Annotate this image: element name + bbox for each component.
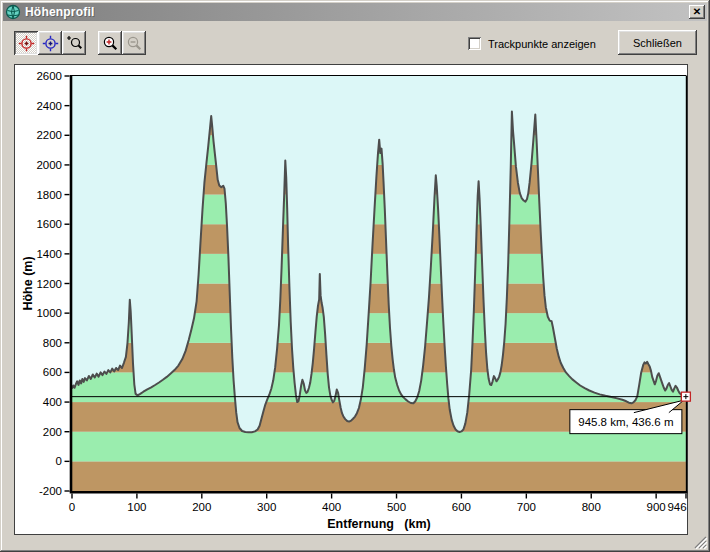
y-tick-label: 600 xyxy=(43,366,62,378)
zoom-region-tool-button[interactable] xyxy=(62,31,86,55)
y-tick-label: 2400 xyxy=(36,100,62,112)
x-tick-label: 800 xyxy=(582,501,601,513)
red-crosshair-icon xyxy=(18,35,35,52)
y-axis-label: Höhe (m) xyxy=(21,256,35,310)
y-tick-label: 200 xyxy=(43,426,62,438)
x-tick-label: 300 xyxy=(257,501,276,513)
resize-grip-icon[interactable] xyxy=(694,536,707,549)
x-tick-label: 946 xyxy=(667,501,686,513)
crosshair-marker xyxy=(681,392,690,401)
y-tick-label: 2200 xyxy=(36,129,62,141)
y-tick-label: 0 xyxy=(56,455,62,467)
red-crosshair-tool-button[interactable] xyxy=(14,31,38,55)
y-tick-label: 1400 xyxy=(36,248,62,260)
x-tick-label: 400 xyxy=(322,501,341,513)
zoom-in-tool-button[interactable] xyxy=(98,31,122,55)
toolbar: Trackpunkte anzeigen Schließen xyxy=(0,24,710,60)
zoom-region-icon xyxy=(66,35,83,52)
zoom-out-icon xyxy=(126,35,143,52)
elevation-chart-svg[interactable]: -200020040060080010001200140016001800200… xyxy=(15,65,687,534)
y-tick-label: 800 xyxy=(43,337,62,349)
window-title: Höhenprofil xyxy=(25,5,689,19)
trackpoints-checkbox-label: Trackpunkte anzeigen xyxy=(488,38,596,50)
y-tick-label: 1600 xyxy=(36,218,62,230)
y-tick-label: 2600 xyxy=(36,70,62,82)
y-tick-label: 400 xyxy=(43,396,62,408)
y-tick-label: -200 xyxy=(39,485,62,497)
x-tick-label: 200 xyxy=(192,501,211,513)
titlebar[interactable]: Höhenprofil ✕ xyxy=(3,3,707,21)
x-tick-label: 100 xyxy=(127,501,146,513)
close-icon[interactable]: ✕ xyxy=(689,5,705,19)
y-tick-label: 1800 xyxy=(36,189,62,201)
schliessen-button[interactable]: Schließen xyxy=(618,30,697,55)
chart-panel: -200020040060080010001200140016001800200… xyxy=(14,64,688,535)
y-tick-label: 1000 xyxy=(36,307,62,319)
y-tick-label: 1200 xyxy=(36,278,62,290)
y-tick-label: 2000 xyxy=(36,159,62,171)
blue-crosshair-icon xyxy=(42,35,59,52)
x-tick-label: 500 xyxy=(387,501,406,513)
zoom-in-icon xyxy=(102,35,119,52)
x-tick-label: 600 xyxy=(452,501,471,513)
tooltip-text: 945.8 km, 436.6 m xyxy=(578,416,673,428)
x-tick-label: 700 xyxy=(517,501,536,513)
x-tick-label: 0 xyxy=(69,501,75,513)
zoom-out-tool-button[interactable] xyxy=(122,31,146,55)
blue-crosshair-tool-button[interactable] xyxy=(38,31,62,55)
x-axis-label: Entfernung (km) xyxy=(327,517,430,531)
x-tick-label: 900 xyxy=(647,501,666,513)
app-window: Höhenprofil ✕ xyxy=(0,0,710,552)
app-icon xyxy=(5,4,21,20)
trackpoints-checkbox[interactable] xyxy=(468,37,481,50)
